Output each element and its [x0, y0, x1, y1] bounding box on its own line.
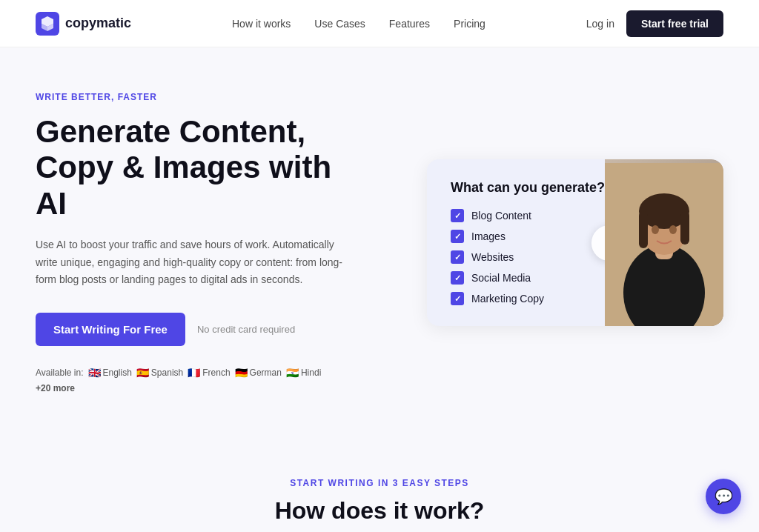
- lang-name-hindi: Hindi: [301, 368, 321, 378]
- nav-how-it-works[interactable]: How it works: [232, 18, 291, 30]
- check-label-blog: Blog Content: [471, 210, 531, 222]
- nav-actions: Log in Start free trial: [586, 10, 723, 37]
- check-icon-blog: [451, 209, 464, 222]
- lang-hindi: 🇮🇳Hindi: [286, 367, 321, 379]
- start-trial-button[interactable]: Start free trial: [626, 10, 723, 37]
- available-in-label: Available in:: [36, 368, 84, 378]
- chat-icon: 💬: [715, 488, 733, 505]
- check-icon-marketing: [451, 292, 464, 305]
- nav-features[interactable]: Features: [389, 18, 430, 30]
- flag-german: 🇩🇪: [235, 367, 248, 379]
- svg-point-9: [669, 225, 677, 234]
- no-credit-card-label: No credit card required: [197, 324, 295, 335]
- how-section: START WRITING IN 3 EASY STEPS How does i…: [0, 430, 759, 532]
- how-title: How does it work?: [36, 497, 723, 525]
- check-icon-websites: [451, 250, 464, 264]
- nav-pricing[interactable]: Pricing: [454, 18, 485, 30]
- flag-hindi: 🇮🇳: [286, 367, 299, 379]
- svg-rect-7: [680, 211, 689, 245]
- check-label-social: Social Media: [471, 272, 531, 284]
- person-silhouette: [605, 163, 723, 326]
- lang-name-english: English: [103, 368, 132, 378]
- nav-links: How it works Use Cases Features Pricing: [232, 18, 485, 30]
- hero-right: What can you generate? Blog Content Imag…: [427, 159, 723, 326]
- more-languages[interactable]: +20 more: [36, 383, 75, 393]
- check-icon-social: [451, 271, 464, 285]
- video-card: What can you generate? Blog Content Imag…: [427, 159, 723, 326]
- navigation: copymatic How it works Use Cases Feature…: [0, 0, 759, 47]
- flag-spanish: 🇪🇸: [136, 367, 149, 379]
- hero-languages: Available in: 🇬🇧English 🇪🇸Spanish 🇫🇷Fren…: [36, 367, 354, 393]
- flag-french: 🇫🇷: [188, 367, 200, 379]
- lang-name-french: French: [202, 368, 230, 378]
- check-label-marketing: Marketing Copy: [471, 293, 544, 305]
- chat-bubble[interactable]: 💬: [706, 479, 741, 514]
- logo-text: copymatic: [65, 16, 131, 31]
- lang-english: 🇬🇧English: [88, 367, 132, 379]
- lang-french: 🇫🇷French: [188, 367, 230, 379]
- check-icon-images: [451, 230, 464, 243]
- flag-english: 🇬🇧: [88, 367, 101, 379]
- login-button[interactable]: Log in: [586, 18, 614, 30]
- hero-description: Use AI to boost your traffic and save ho…: [36, 236, 354, 289]
- hero-eyebrow: WRITE BETTER, FASTER: [36, 92, 354, 102]
- person-image: [605, 159, 723, 326]
- lang-german: 🇩🇪German: [235, 367, 282, 379]
- logo[interactable]: copymatic: [36, 12, 131, 36]
- nav-use-cases[interactable]: Use Cases: [314, 18, 365, 30]
- lang-name-spanish: Spanish: [151, 368, 183, 378]
- hero-section: WRITE BETTER, FASTER Generate Content, C…: [0, 47, 759, 430]
- check-label-websites: Websites: [471, 251, 514, 263]
- hero-cta: Start Writing For Free No credit card re…: [36, 313, 354, 346]
- hero-title: Generate Content, Copy & Images with AI: [36, 114, 354, 222]
- hero-left: WRITE BETTER, FASTER Generate Content, C…: [36, 92, 354, 393]
- svg-rect-6: [639, 211, 648, 248]
- logo-icon: [36, 12, 59, 36]
- lang-name-german: German: [250, 368, 282, 378]
- check-label-images: Images: [471, 230, 506, 242]
- lang-spanish: 🇪🇸Spanish: [136, 367, 183, 379]
- how-eyebrow: START WRITING IN 3 EASY STEPS: [36, 478, 723, 488]
- cta-button[interactable]: Start Writing For Free: [36, 313, 185, 346]
- svg-point-8: [652, 225, 659, 234]
